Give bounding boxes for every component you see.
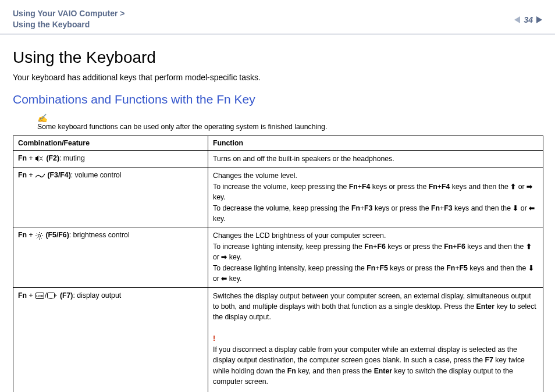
svg-rect-14 <box>49 298 52 298</box>
page-nav: 34 <box>514 15 542 24</box>
fn-key-label: Fn <box>18 231 27 239</box>
warning-icon: ! <box>213 334 215 343</box>
fn-key-label: Fn <box>18 171 27 179</box>
cell-function: Switches the display output between your… <box>208 287 543 392</box>
pencil-note-icon: ✍ <box>37 113 47 123</box>
page-header: Using Your VAIO Computer > Using the Key… <box>0 0 555 34</box>
arrow-down-icon: ⬇ <box>513 204 518 212</box>
table-header-row: Combination/Feature Function <box>13 136 543 150</box>
svg-line-10 <box>37 237 37 238</box>
key-name: (F3/F4) <box>45 171 71 179</box>
arrow-up-icon: ⬆ <box>510 183 516 191</box>
fn-key-label: Fn <box>18 291 27 300</box>
arrow-down-icon: ⬇ <box>528 264 534 272</box>
section-heading: Combinations and Functions with the Fn K… <box>13 92 542 106</box>
note-text: Some keyboard functions can be used only… <box>37 123 542 131</box>
col-header-combination: Combination/Feature <box>13 136 208 150</box>
table-row: Fn + (F2): muting Turns on and off the b… <box>13 150 543 167</box>
svg-text:LCD: LCD <box>36 294 44 298</box>
note-block: ✍ Some keyboard functions can be used on… <box>37 113 542 131</box>
table-row: Fn + LCD/ (F7): display output Switches … <box>13 287 543 392</box>
arrow-left-icon: ⬅ <box>221 275 227 283</box>
mute-icon <box>35 155 44 162</box>
key-name: (F5/F6) <box>44 231 69 239</box>
page-content: Using the Keyboard Your keyboard has add… <box>0 34 555 392</box>
cell-combination: Fn + (F5/F6): brightness control <box>13 227 208 287</box>
cell-function: Turns on and off the built-in speakers o… <box>208 150 543 167</box>
table-row: Fn + (F3/F4): volume control Changes the… <box>13 168 543 227</box>
lcd-icon: LCD <box>35 293 44 299</box>
svg-point-2 <box>38 234 40 237</box>
svg-line-7 <box>37 233 37 234</box>
col-header-function: Function <box>208 136 543 150</box>
brightness-icon <box>35 232 43 240</box>
key-name: (F7) <box>58 291 73 300</box>
intro-text: Your keyboard has additional keys that p… <box>13 73 542 82</box>
cell-combination: Fn + LCD/ (F7): display output <box>13 287 208 392</box>
fn-key-label: Fn <box>18 154 27 162</box>
arrow-right-icon: ➡ <box>221 253 227 261</box>
page-title: Using the Keyboard <box>13 48 542 67</box>
cell-function: Changes the volume level. To increase th… <box>208 168 543 227</box>
arrow-left-icon: ⬅ <box>529 204 535 212</box>
arrow-right-icon: ➡ <box>526 183 532 191</box>
page-number: 34 <box>524 15 533 24</box>
cell-combination: Fn + (F2): muting <box>13 150 208 167</box>
svg-line-8 <box>41 237 42 238</box>
cell-function: Changes the LCD brightness of your compu… <box>208 227 543 287</box>
fn-key-table: Combination/Feature Function Fn + (F2): … <box>13 136 543 392</box>
volume-icon <box>35 173 45 179</box>
external-display-icon <box>47 293 57 299</box>
next-page-arrow-icon[interactable] <box>536 16 542 23</box>
key-name: (F2) <box>44 154 59 162</box>
arrow-up-icon: ⬆ <box>526 243 532 251</box>
svg-rect-13 <box>48 293 55 298</box>
cell-combination: Fn + (F3/F4): volume control <box>13 168 208 227</box>
prev-page-arrow-icon[interactable] <box>514 16 520 23</box>
table-row: Fn + (F5/F6): brightness control Changes… <box>13 227 543 287</box>
breadcrumb-line-2: Using the Keyboard <box>13 19 125 30</box>
svg-line-9 <box>41 233 42 234</box>
breadcrumb-line-1: Using Your VAIO Computer > <box>13 8 125 19</box>
breadcrumb: Using Your VAIO Computer > Using the Key… <box>13 8 125 30</box>
